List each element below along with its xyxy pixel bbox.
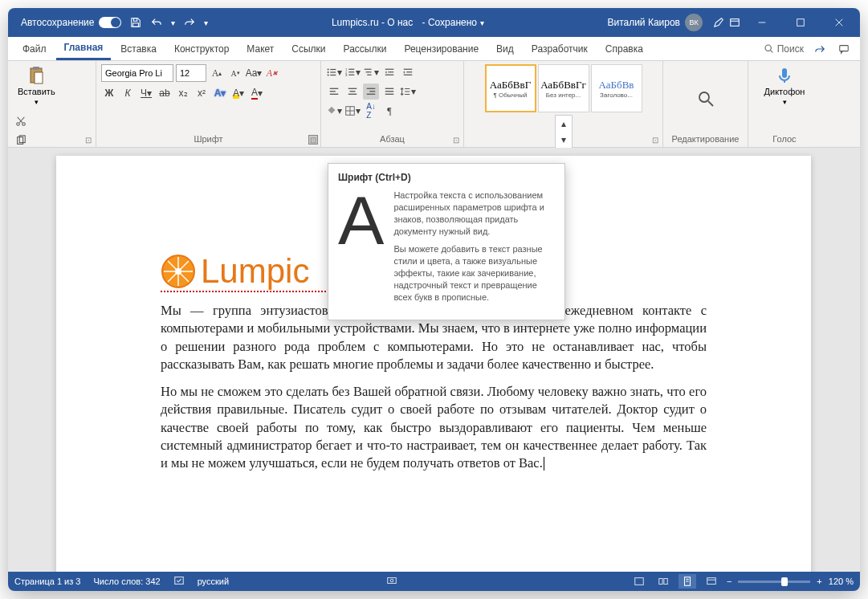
tab-разработчик[interactable]: Разработчик	[524, 39, 596, 59]
spell-check-icon[interactable]	[173, 575, 185, 588]
svg-rect-9	[840, 45, 849, 51]
svg-rect-18	[330, 69, 336, 70]
svg-rect-41	[348, 88, 357, 89]
underline-button[interactable]: Ч▾	[138, 85, 154, 101]
bold-button[interactable]: Ж	[101, 85, 117, 101]
pen-icon[interactable]	[712, 16, 725, 29]
tab-главная[interactable]: Главная	[56, 37, 112, 60]
minimize-button[interactable]	[744, 8, 780, 37]
zoom-out-button[interactable]: −	[727, 577, 731, 586]
close-button[interactable]	[821, 8, 857, 37]
highlight-button[interactable]: A▾	[230, 85, 247, 101]
font-color-button[interactable]: A▾	[249, 85, 265, 101]
multilevel-button[interactable]: ▾	[363, 64, 379, 80]
word-count[interactable]: Число слов: 342	[93, 577, 160, 586]
svg-rect-47	[385, 88, 394, 89]
shading-button[interactable]: ▾	[326, 103, 342, 119]
numbering-button[interactable]: 123▾	[344, 64, 361, 80]
zoom-slider[interactable]	[738, 581, 810, 583]
svg-rect-24	[348, 69, 354, 70]
svg-point-17	[328, 68, 329, 70]
tab-файл[interactable]: Файл	[14, 39, 55, 59]
zoom-level[interactable]: 120 %	[829, 577, 854, 586]
search-box[interactable]: Поиск	[764, 43, 804, 55]
justify-button[interactable]	[381, 84, 397, 100]
save-icon[interactable]	[129, 16, 142, 29]
read-view-button[interactable]	[654, 574, 672, 589]
autosave-toggle[interactable]: Автосохранение	[21, 17, 121, 28]
print-layout-button[interactable]	[679, 574, 696, 589]
svg-rect-40	[330, 94, 339, 95]
grow-font-button[interactable]: A▴	[209, 65, 225, 81]
find-button[interactable]	[691, 88, 720, 110]
focus-view-button[interactable]	[630, 574, 648, 589]
undo-icon[interactable]	[150, 16, 163, 29]
maximize-button[interactable]	[783, 8, 818, 37]
svg-rect-44	[367, 88, 376, 89]
sort-button[interactable]: A↓Z	[363, 103, 379, 119]
font-size-input[interactable]	[176, 64, 206, 82]
share-button[interactable]	[812, 41, 828, 57]
styles-down-button[interactable]: ▾	[556, 132, 572, 148]
tab-конструктор[interactable]: Конструктор	[166, 39, 237, 59]
indent-button[interactable]	[400, 64, 416, 80]
paragraph-2[interactable]: Но мы не сможем это сделать без Вашей об…	[161, 383, 707, 472]
svg-rect-30	[366, 71, 372, 72]
page-indicator[interactable]: Страница 1 из 3	[14, 577, 80, 586]
svg-rect-48	[385, 91, 394, 92]
redo-icon[interactable]	[183, 16, 196, 29]
dictate-button[interactable]: Диктофон ▾	[760, 64, 810, 108]
font-launcher[interactable]: ⊡	[308, 135, 318, 145]
tab-ссылки[interactable]: Ссылки	[283, 39, 333, 59]
language-indicator[interactable]: русский	[198, 577, 229, 586]
tab-вставка[interactable]: Вставка	[112, 39, 165, 59]
clipboard-launcher[interactable]: ⊡	[84, 135, 93, 145]
tooltip-text: Настройка текста с использованием расшир…	[393, 189, 555, 310]
style-item[interactable]: АаБбВвГ¶ Обычный	[485, 64, 536, 112]
font-name-input[interactable]	[101, 64, 173, 82]
text-effects-button[interactable]: A▾	[212, 85, 228, 101]
web-layout-button[interactable]	[703, 574, 720, 589]
align-right-button[interactable]	[363, 84, 379, 100]
align-center-button[interactable]	[344, 84, 361, 100]
bullets-button[interactable]: ▾	[326, 64, 342, 80]
comments-button[interactable]	[836, 41, 852, 57]
svg-rect-12	[35, 72, 43, 84]
borders-button[interactable]: ▾	[344, 103, 361, 119]
align-left-button[interactable]	[326, 84, 342, 100]
macro-icon[interactable]	[386, 575, 397, 588]
tab-макет[interactable]: Макет	[238, 39, 282, 59]
strike-button[interactable]: ab	[157, 85, 173, 101]
clear-formatting-button[interactable]: A✖	[264, 65, 280, 81]
zoom-in-button[interactable]: +	[817, 577, 821, 586]
styles-launcher[interactable]: ⊡	[650, 135, 660, 145]
copy-icon[interactable]	[13, 132, 29, 149]
svg-rect-45	[369, 91, 375, 92]
superscript-button[interactable]: x²	[194, 85, 210, 101]
styles-up-button[interactable]: ▴	[556, 116, 572, 132]
style-item[interactable]: АаБбВвЗаголово...	[591, 64, 642, 112]
show-marks-button[interactable]: ¶	[381, 103, 397, 119]
svg-rect-4	[797, 19, 805, 26]
shrink-font-button[interactable]: A▾	[227, 65, 243, 81]
tab-рассылки[interactable]: Рассылки	[336, 39, 395, 59]
svg-point-21	[328, 74, 329, 75]
font-label: Шрифт	[101, 132, 316, 145]
line-spacing-button[interactable]: ▾	[400, 84, 416, 100]
svg-rect-49	[385, 94, 394, 95]
cut-icon[interactable]	[13, 113, 29, 129]
tab-вид[interactable]: Вид	[488, 39, 522, 59]
ribbon-tabs: ФайлГлавнаяВставкаКонструкторМакетСсылки…	[8, 37, 860, 61]
ribbon-display-icon[interactable]	[728, 16, 741, 29]
svg-rect-73	[707, 578, 716, 585]
subscript-button[interactable]: x₂	[175, 85, 191, 101]
paste-button[interactable]: Вставить ▾	[13, 64, 60, 108]
style-item[interactable]: АаБбВвГгБез интер...	[538, 64, 589, 112]
italic-button[interactable]: К	[120, 85, 136, 101]
paragraph-launcher[interactable]: ⊡	[451, 135, 461, 145]
tab-рецензирование[interactable]: Рецензирование	[396, 39, 487, 59]
user-account[interactable]: Виталий Каиров ВК	[607, 14, 703, 31]
tab-справка[interactable]: Справка	[597, 39, 651, 59]
change-case-button[interactable]: Aa▾	[246, 65, 262, 81]
outdent-button[interactable]	[381, 64, 397, 80]
